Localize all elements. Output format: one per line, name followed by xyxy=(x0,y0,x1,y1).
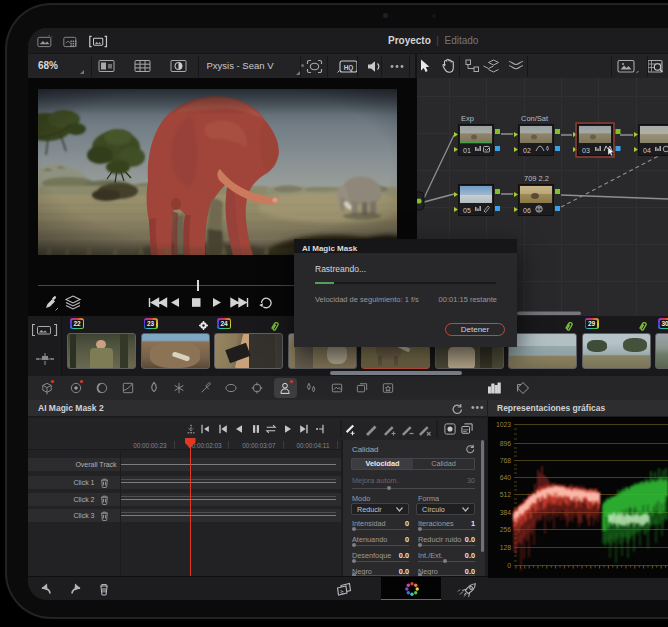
svg-text:128: 128 xyxy=(500,544,512,551)
svg-text:709 2.2: 709 2.2 xyxy=(524,174,549,183)
svg-text:Exp: Exp xyxy=(461,114,474,123)
svg-text:05: 05 xyxy=(463,207,471,214)
svg-text:768: 768 xyxy=(500,457,512,464)
svg-text:03: 03 xyxy=(582,147,590,154)
svg-text:1023: 1023 xyxy=(496,421,511,428)
svg-text:04: 04 xyxy=(643,147,651,154)
svg-text:02: 02 xyxy=(523,147,531,154)
svg-text:Con/Sat: Con/Sat xyxy=(521,114,549,123)
svg-text:640: 640 xyxy=(500,474,512,481)
svg-text:06: 06 xyxy=(523,207,531,214)
svg-text:HQ: HQ xyxy=(344,64,354,72)
svg-text:01: 01 xyxy=(463,147,471,154)
svg-text:512: 512 xyxy=(500,491,512,498)
svg-text:256: 256 xyxy=(500,526,512,533)
svg-text:896: 896 xyxy=(500,440,512,447)
svg-text:384: 384 xyxy=(500,509,512,516)
svg-text:0: 0 xyxy=(507,562,511,569)
